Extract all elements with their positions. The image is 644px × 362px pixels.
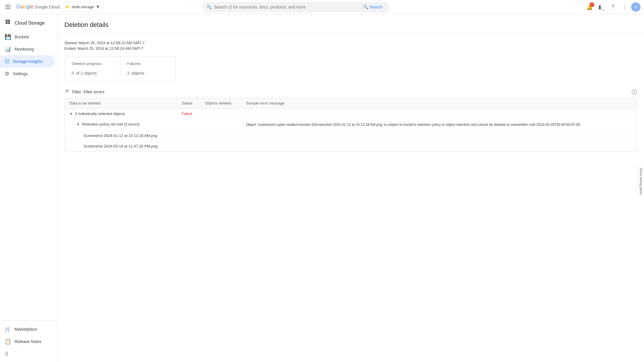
table-body: ▼ 2 individually selected objects Failed — [65, 109, 637, 152]
svg-rect-3 — [8, 22, 10, 24]
search-bar: 🔍 🔍 Search — [202, 2, 389, 12]
help-icon: ? — [612, 4, 614, 10]
terminal-button[interactable]: ▮_ — [596, 2, 607, 12]
sidebar-header: Cloud Storage — [0, 14, 57, 31]
table-header: Data to be deleted Status Objects delete… — [65, 98, 637, 109]
expand-group-button[interactable]: ▼ — [69, 112, 73, 116]
sidebar-item-storage-insights[interactable]: ☷ Storage Insights — [0, 55, 55, 68]
deletion-table: Data to be deleted Status Objects delete… — [65, 98, 637, 151]
svg-rect-0 — [6, 20, 8, 22]
status-failed-badge: Failed — [181, 111, 192, 116]
ended-row: Ended: March 25, 2024 at 12:58:24 AM GMT… — [64, 46, 637, 51]
project-folder-icon: 📁 — [65, 5, 70, 9]
sidebar-title: Cloud Storage — [15, 20, 44, 26]
page-title: Deletion details — [64, 21, 637, 29]
filter-label[interactable]: Filter — [72, 90, 81, 94]
started-value: March 25, 2024 at 12:58:23 AM GMT-7 — [79, 41, 145, 45]
deletion-progress-label: Deletion progress — [72, 61, 113, 66]
filter-row: Filter Filter errors ⓘ — [64, 88, 637, 95]
group-error-cell — [242, 109, 637, 119]
table-help-icon[interactable]: ⓘ — [632, 88, 637, 95]
sidebar-item-marketplace[interactable]: 🛒 Marketplace — [0, 323, 55, 335]
google-logo: Google — [16, 4, 33, 10]
filter-icon — [64, 89, 70, 95]
page-body: Started: March 25, 2024 at 12:58:23 AM G… — [57, 34, 644, 159]
subgroup-status-cell — [177, 119, 200, 131]
failures-value: 2 objects — [127, 68, 169, 76]
ended-label: Ended: — [64, 46, 76, 51]
debug-panel-tab[interactable]: Show debug panel — [638, 165, 644, 197]
collapse-sidebar-button[interactable]: ‹| — [0, 348, 57, 360]
terminal-icon: ▮_ — [598, 4, 604, 10]
group-status-cell: Failed — [177, 109, 200, 119]
failures-label: Failures — [127, 61, 169, 66]
item-label-cell-1: Screenshot 2024-01-12 at 10.13.18 AM.png — [65, 131, 177, 141]
top-bar-left: Google Google Cloud 📁 stofe-storage ▼ — [4, 2, 103, 12]
help-button[interactable]: ? — [608, 2, 618, 12]
error-message-text: Object 'csubhasish-cyber-resilient-bucke… — [246, 123, 580, 127]
more-vert-icon: ⋮ — [622, 4, 627, 10]
monitoring-icon: 📊 — [5, 46, 11, 52]
table-container: Data to be deleted Status Objects delete… — [64, 98, 637, 152]
sidebar-item-settings[interactable]: ⚙ Settings — [0, 68, 55, 80]
table-row: ▼ 2 individually selected objects Failed — [65, 109, 637, 119]
item-objects-cell-2 — [200, 141, 242, 152]
deletion-progress-number: 0 — [72, 71, 74, 76]
stats-card: Deletion progress 0 of 2 objects Failure… — [64, 56, 176, 81]
failures-number: 2 — [127, 71, 130, 76]
deletion-progress-cell: Deletion progress 0 of 2 objects — [65, 57, 120, 81]
group-label-cell: ▼ 2 individually selected objects — [65, 109, 177, 119]
sidebar-footer: 🛒 Marketplace 📋 Release Notes ‹| — [0, 320, 57, 362]
sidebar-item-buckets-label: Buckets — [15, 35, 29, 39]
started-row: Started: March 25, 2024 at 12:58:23 AM G… — [64, 41, 637, 45]
failures-cell: Failures 2 objects — [120, 57, 176, 81]
failures-suffix: objects — [131, 71, 144, 76]
item-error-cell-2 — [242, 141, 637, 152]
subgroup-objects-deleted-cell — [200, 119, 242, 131]
col-status: Status — [177, 98, 200, 109]
group-label: 2 individually selected objects — [75, 111, 125, 116]
group-objects-deleted-cell — [200, 109, 242, 119]
table-row: ▼ Retention policy not met (2 errors) Ob… — [65, 119, 637, 131]
hamburger-menu-button[interactable] — [4, 2, 14, 12]
filter-errors-label[interactable]: Filter errors — [83, 90, 105, 94]
cloud-storage-icon — [5, 19, 12, 27]
cloud-label: Google Cloud — [35, 5, 60, 9]
page-header: Deletion details — [57, 14, 644, 34]
collapse-icon: ‹| — [5, 351, 8, 357]
item-label-cell-2: Screenshot 2024-03-19 at 11.47.26 PM.png — [65, 141, 177, 152]
meta-info: Started: March 25, 2024 at 12:58:23 AM G… — [64, 41, 637, 51]
sidebar: Cloud Storage 💾 Buckets 📊 Monitoring ☷ S… — [0, 14, 57, 362]
subgroup-error-cell: Object 'csubhasish-cyber-resilient-bucke… — [242, 119, 637, 131]
main-layout: Cloud Storage 💾 Buckets 📊 Monitoring ☷ S… — [0, 14, 644, 362]
content-area: Deletion details Started: March 25, 2024… — [57, 14, 644, 362]
item-error-cell-1 — [242, 131, 637, 141]
project-selector[interactable]: 📁 stofe-storage ▼ — [62, 2, 104, 12]
search-button[interactable]: 🔍 Search — [361, 4, 385, 11]
bucket-icon: 💾 — [5, 34, 11, 40]
sidebar-nav: 💾 Buckets 📊 Monitoring ☷ Storage Insight… — [0, 31, 57, 320]
deletion-progress-value: 0 of 2 objects — [72, 68, 113, 76]
deletion-progress-suffix: of 2 objects — [76, 71, 97, 76]
col-data: Data to be deleted — [65, 98, 177, 109]
google-cloud-logo[interactable]: Google Google Cloud — [16, 4, 60, 10]
table-row: Screenshot 2024-03-19 at 11.47.26 PM.png — [65, 141, 637, 152]
subgroup-label: Retention policy not met (2 errors) — [82, 122, 140, 126]
sidebar-item-release-notes[interactable]: 📋 Release Notes — [0, 335, 55, 348]
project-name: stofe-storage — [72, 5, 94, 9]
notification-count: 2 — [590, 2, 594, 7]
expand-subgroup-button[interactable]: ▼ — [76, 122, 80, 126]
avatar[interactable]: U — [631, 2, 640, 12]
search-input[interactable] — [214, 5, 359, 9]
release-notes-icon: 📋 — [5, 338, 11, 345]
sidebar-item-buckets[interactable]: 💾 Buckets — [0, 31, 55, 43]
insights-icon: ☷ — [5, 58, 9, 65]
started-label: Started: — [64, 41, 78, 45]
sidebar-item-monitoring-label: Monitoring — [15, 47, 34, 52]
settings-icon: ⚙ — [5, 71, 9, 77]
col-error-message: Sample error message — [242, 98, 637, 109]
more-options-button[interactable]: ⋮ — [619, 2, 630, 12]
sidebar-item-monitoring[interactable]: 📊 Monitoring — [0, 43, 55, 55]
item-filename-2: Screenshot 2024-03-19 at 11.47.26 PM.png — [83, 144, 157, 148]
notifications-button[interactable]: 🔔 2 — [584, 2, 595, 12]
